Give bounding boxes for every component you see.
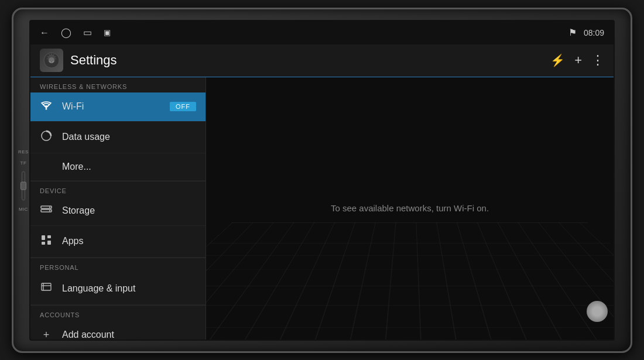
wifi-status-message: To see available networks, turn Wi-Fi on… — [331, 203, 489, 213]
menu-item-language[interactable]: Language & input — [30, 273, 205, 305]
menu-item-add-account[interactable]: + Add account — [30, 321, 205, 340]
tf-label: TF — [20, 160, 27, 165]
wifi-content-panel: To see available networks, turn Wi-Fi on… — [206, 77, 614, 340]
language-label: Language & input — [62, 283, 196, 294]
mic-label: MIC — [19, 206, 28, 211]
app-bar: Settings ⚡ + ⋮ — [30, 44, 614, 77]
svg-rect-11 — [47, 241, 51, 245]
menu-item-storage[interactable]: Storage — [30, 197, 205, 226]
data-usage-icon — [40, 130, 53, 145]
svg-point-7 — [49, 210, 50, 211]
apps-label: Apps — [62, 236, 196, 246]
app-title: Settings — [70, 53, 543, 68]
grid-background — [206, 222, 614, 340]
flash-icon[interactable]: ⚡ — [550, 53, 565, 67]
settings-app-icon-svg — [43, 52, 60, 69]
app-bar-actions: ⚡ + ⋮ — [550, 53, 604, 68]
scroll-indicator[interactable] — [587, 301, 608, 322]
back-icon[interactable]: ← — [40, 28, 49, 38]
menu-item-more[interactable]: More... — [30, 153, 205, 181]
wifi-label: Wi-Fi — [62, 101, 160, 112]
side-controls: RES TF MIC — [18, 149, 29, 211]
storage-icon — [40, 205, 53, 217]
res-label: RES — [18, 149, 29, 154]
section-wireless-header: WIRELESS & NETWORKS — [30, 77, 205, 92]
language-icon — [40, 282, 53, 296]
menu-item-wifi[interactable]: Wi-Fi OFF — [30, 92, 205, 122]
svg-rect-8 — [42, 235, 45, 240]
section-device-header: DEVICE — [30, 181, 205, 197]
status-bar: ← ◯ ▭ ▣ ⚑ 08:09 — [30, 21, 614, 44]
wifi-toggle[interactable]: OFF — [170, 102, 196, 111]
add-icon[interactable]: + — [574, 53, 582, 68]
apps-icon — [40, 234, 53, 249]
wifi-icon — [40, 101, 53, 113]
section-personal-header: PERSONAL — [30, 258, 205, 273]
more-label: More... — [62, 162, 196, 172]
volume-slider[interactable] — [22, 171, 25, 200]
app-icon — [40, 49, 63, 72]
svg-point-2 — [46, 108, 47, 109]
menu-item-data-usage[interactable]: Data usage — [30, 122, 205, 153]
device-frame: RES TF MIC ← ◯ ▭ ▣ ⚑ 08:09 — [12, 8, 632, 353]
slider-thumb — [20, 181, 26, 190]
more-icon[interactable]: ⋮ — [591, 53, 604, 68]
screenshot-icon[interactable]: ▣ — [104, 28, 111, 37]
add-account-label: Add account — [62, 330, 196, 340]
svg-rect-10 — [42, 242, 45, 245]
storage-label: Storage — [62, 205, 196, 216]
home-icon[interactable]: ◯ — [61, 27, 71, 38]
add-account-icon: + — [40, 329, 53, 340]
recents-icon[interactable]: ▭ — [83, 27, 92, 38]
location-icon: ⚑ — [568, 27, 577, 38]
clock: 08:09 — [584, 28, 604, 37]
screen: ← ◯ ▭ ▣ ⚑ 08:09 Settings ⚡ + — [29, 20, 615, 341]
main-content: WIRELESS & NETWORKS Wi-Fi OFF — [30, 77, 614, 340]
svg-rect-9 — [47, 235, 51, 238]
settings-menu: WIRELESS & NETWORKS Wi-Fi OFF — [30, 77, 206, 340]
nav-icons: ← ◯ ▭ ▣ — [40, 27, 111, 38]
status-right: ⚑ 08:09 — [568, 27, 604, 38]
data-usage-label: Data usage — [62, 132, 196, 142]
svg-point-6 — [49, 207, 50, 208]
menu-item-apps[interactable]: Apps — [30, 226, 205, 258]
section-accounts-header: ACCOUNTS — [30, 306, 205, 321]
